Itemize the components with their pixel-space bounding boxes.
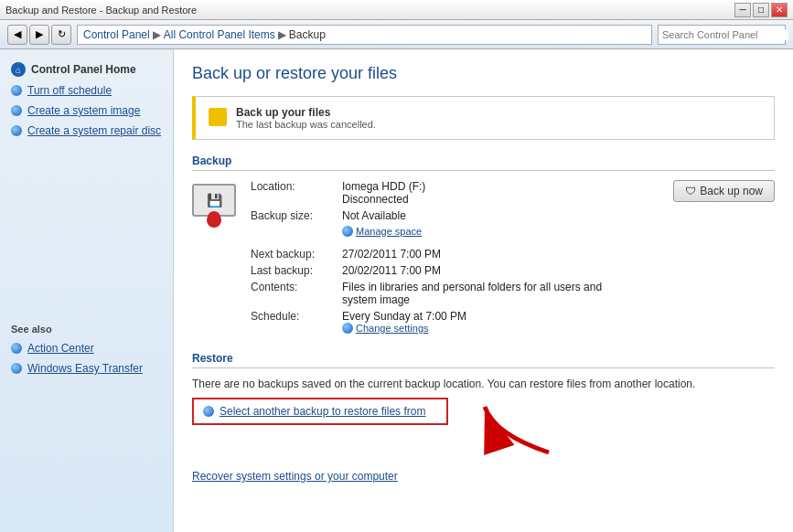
schedule-value: Every Sunday at 7:00 PM Change settings bbox=[342, 310, 466, 334]
refresh-button[interactable]: ↻ bbox=[51, 25, 71, 45]
warning-icon bbox=[209, 108, 227, 126]
nav-buttons: ◀ ▶ ↻ bbox=[7, 25, 71, 45]
sidebar-home-label: Control Panel Home bbox=[31, 63, 136, 76]
minimize-button[interactable]: ─ bbox=[734, 3, 751, 17]
manage-space-link[interactable]: Manage space bbox=[342, 226, 422, 237]
red-arrow-svg bbox=[476, 398, 567, 462]
warning-content: Back up your files The last backup was c… bbox=[236, 106, 376, 130]
change-settings-icon bbox=[342, 323, 353, 334]
last-backup-value: 20/02/2011 7:00 PM bbox=[342, 264, 441, 277]
breadcrumb-sep-2: ▶ bbox=[278, 28, 286, 41]
sidebar-create-image-label: Create a system image bbox=[27, 104, 140, 117]
restore-section: Restore There are no backups saved on th… bbox=[192, 352, 775, 483]
schedule-label: Schedule: bbox=[251, 310, 342, 334]
backup-now-button[interactable]: 🛡 Back up now bbox=[673, 180, 775, 202]
next-backup-row: Next backup: 27/02/2011 7:00 PM bbox=[251, 248, 659, 261]
backup-icon-area: 💾 ✕ bbox=[192, 184, 236, 217]
page-title: Back up or restore your files bbox=[192, 64, 775, 83]
select-backup-link[interactable]: Select another backup to restore files f… bbox=[220, 405, 425, 418]
globe-icon-2 bbox=[11, 105, 22, 116]
location-label: Location: bbox=[251, 180, 342, 206]
sidebar-home[interactable]: ⌂ Control Panel Home bbox=[0, 59, 173, 80]
next-backup-value: 27/02/2011 7:00 PM bbox=[342, 248, 441, 261]
restore-link-container: Select another backup to restore files f… bbox=[192, 398, 448, 425]
sidebar: ⌂ Control Panel Home Turn off schedule C… bbox=[0, 49, 174, 532]
schedule-row: Schedule: Every Sunday at 7:00 PM Change… bbox=[251, 310, 659, 334]
backup-size-label: Backup size: bbox=[251, 209, 342, 222]
contents-value: Files in libraries and personal folders … bbox=[342, 281, 616, 306]
contents-label: Contents: bbox=[251, 281, 342, 306]
manage-space-row: Manage space bbox=[251, 226, 659, 237]
globe-icon-3 bbox=[11, 125, 22, 136]
sidebar-item-turn-off-schedule[interactable]: Turn off schedule bbox=[0, 80, 173, 101]
sidebar-action-center-label: Action Center bbox=[27, 342, 94, 355]
search-box: 🔍 bbox=[658, 25, 786, 45]
see-also-section: See also bbox=[0, 320, 173, 338]
title-bar-text: Backup and Restore - Backup and Restore bbox=[5, 5, 197, 16]
main-layout: ⌂ Control Panel Home Turn off schedule C… bbox=[0, 49, 793, 532]
last-backup-row: Last backup: 20/02/2011 7:00 PM bbox=[251, 264, 659, 277]
backup-now-icon: 🛡 bbox=[685, 185, 696, 197]
location-value: Iomega HDD (F:) Disconnected bbox=[342, 180, 425, 206]
breadcrumb-all-items[interactable]: All Control Panel Items bbox=[164, 28, 275, 41]
backup-now-area: 🛡 Back up now bbox=[673, 180, 775, 202]
home-icon: ⌂ bbox=[11, 62, 26, 77]
sidebar-item-create-system-image[interactable]: Create a system image bbox=[0, 101, 173, 121]
address-path: Control Panel ▶ All Control Panel Items … bbox=[77, 25, 652, 45]
search-input[interactable] bbox=[662, 29, 788, 40]
globe-icon-4 bbox=[11, 343, 22, 354]
arrow-area bbox=[476, 398, 567, 464]
title-bar: Backup and Restore - Backup and Restore … bbox=[0, 0, 793, 20]
breadcrumb-control-panel[interactable]: Control Panel bbox=[83, 28, 150, 41]
change-settings-link[interactable]: Change settings bbox=[342, 323, 466, 334]
sidebar-action-center[interactable]: Action Center bbox=[0, 338, 173, 358]
back-button[interactable]: ◀ bbox=[7, 25, 27, 45]
address-bar: ◀ ▶ ↻ Control Panel ▶ All Control Panel … bbox=[0, 20, 793, 49]
close-button[interactable]: ✕ bbox=[771, 3, 788, 17]
breadcrumb-current: Backup bbox=[289, 28, 326, 41]
see-also-label: See also bbox=[11, 324, 52, 335]
forward-button[interactable]: ▶ bbox=[29, 25, 49, 45]
restore-link-icon bbox=[203, 406, 214, 417]
warning-subtitle: The last backup was cancelled. bbox=[236, 119, 376, 130]
breadcrumb-sep-1: ▶ bbox=[153, 28, 161, 41]
next-backup-label: Next backup: bbox=[251, 248, 342, 261]
last-backup-label: Last backup: bbox=[251, 264, 342, 277]
sidebar-turn-off-label: Turn off schedule bbox=[27, 84, 112, 97]
backup-info: 💾 ✕ Location: Iomega HDD (F:) Disconnect… bbox=[192, 180, 775, 337]
restore-description: There are no backups saved on the curren… bbox=[192, 378, 775, 390]
backup-section: Backup 💾 ✕ Location: Iomega HDD (F:) Dis… bbox=[192, 154, 775, 337]
backup-section-label: Backup bbox=[192, 154, 775, 171]
warning-banner: Back up your files The last backup was c… bbox=[192, 96, 775, 140]
drive-icon: 💾 ✕ bbox=[192, 184, 236, 217]
manage-space-icon bbox=[342, 226, 353, 237]
sidebar-create-repair-label: Create a system repair disc bbox=[27, 124, 161, 137]
restore-link-box: Select another backup to restore files f… bbox=[192, 398, 448, 425]
content-area: Back up or restore your files Back up yo… bbox=[174, 49, 793, 532]
backup-details: Location: Iomega HDD (F:) Disconnected B… bbox=[251, 180, 659, 337]
contents-row: Contents: Files in libraries and persona… bbox=[251, 281, 659, 306]
globe-icon-1 bbox=[11, 85, 22, 96]
sidebar-windows-easy-transfer[interactable]: Windows Easy Transfer bbox=[0, 358, 173, 378]
globe-icon-5 bbox=[11, 363, 22, 374]
error-badge: ✕ bbox=[207, 213, 221, 228]
maximize-button[interactable]: □ bbox=[753, 3, 769, 17]
restore-section-label: Restore bbox=[192, 352, 775, 368]
recover-system-link[interactable]: Recover system settings or your computer bbox=[192, 470, 775, 483]
backup-size-row: Backup size: Not Available bbox=[251, 209, 659, 222]
title-bar-buttons: ─ □ ✕ bbox=[734, 3, 788, 17]
sidebar-easy-transfer-label: Windows Easy Transfer bbox=[27, 362, 143, 375]
warning-title: Back up your files bbox=[236, 106, 376, 119]
sidebar-item-create-system-repair[interactable]: Create a system repair disc bbox=[0, 121, 173, 141]
backup-size-value: Not Available bbox=[342, 209, 406, 222]
location-row: Location: Iomega HDD (F:) Disconnected bbox=[251, 180, 659, 206]
